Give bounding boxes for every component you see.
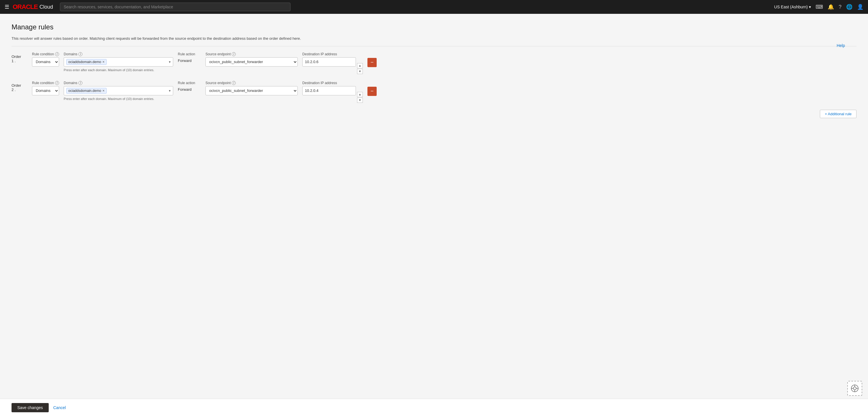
delete-rule-2[interactable]: − xyxy=(367,87,377,96)
domain-tag-1: ociaddsdomain.demo × xyxy=(66,59,106,65)
rule-action-group-2: Rule action Forward xyxy=(178,81,201,92)
order-label-1: Order 1 . xyxy=(11,52,27,63)
reorder-buttons-1: ▲ ▼ xyxy=(357,57,363,74)
source-endpoint-select-1[interactable]: ocivcn_public_subnet_forwarder xyxy=(206,57,298,67)
domains-hint-1: Press enter after each domain. Maximum o… xyxy=(64,68,173,72)
domains-input-1[interactable]: ociaddsdomain.demo × ▾ xyxy=(64,57,173,67)
page-container: Manage rules Help This resolver will ans… xyxy=(0,14,868,399)
delete-rule-1[interactable]: − xyxy=(367,58,377,67)
page-header: Manage rules Help xyxy=(11,23,857,31)
globe-icon[interactable]: 🌐 xyxy=(846,4,852,10)
domains-info-icon-1[interactable]: i xyxy=(79,52,83,56)
rule-row: Order 1 . Rule condition i Domains Domai… xyxy=(11,52,857,74)
svg-point-1 xyxy=(853,387,856,390)
help-link[interactable]: Help xyxy=(837,43,845,48)
rule-action-group-1: Rule action Forward xyxy=(178,52,201,63)
add-rule-button[interactable]: + Additional rule xyxy=(820,110,857,118)
domains-input-2[interactable]: ociaddsdomain.demo × ▾ xyxy=(64,86,173,95)
bell-icon[interactable]: 🔔 xyxy=(828,4,834,10)
source-endpoint-label-2: Source endpoint i xyxy=(206,81,298,85)
rule-row-2: Order 2 . Rule condition i Domains Domai… xyxy=(11,81,857,103)
dest-ip-label-2: Destination IP address xyxy=(302,81,363,85)
dest-ip-label-1: Destination IP address xyxy=(302,52,363,56)
source-endpoint-label-1: Source endpoint i xyxy=(206,52,298,56)
dest-ip-input-group-1: ▲ ▼ xyxy=(302,57,363,74)
rule-condition-info-icon-1[interactable]: i xyxy=(55,52,59,56)
rule-condition-select-1[interactable]: Domains xyxy=(32,57,59,67)
domains-label-1: Domains i xyxy=(64,52,173,56)
page-title: Manage rules xyxy=(11,23,857,31)
help-icon[interactable]: ? xyxy=(839,4,841,10)
divider xyxy=(11,46,857,46)
terminal-icon[interactable]: ⌨ xyxy=(815,4,823,10)
rule-action-value-1: Forward xyxy=(178,57,201,63)
user-icon[interactable]: 👤 xyxy=(857,4,863,10)
domain-tag-close-1[interactable]: × xyxy=(102,60,104,64)
topnav-right: US East (Ashburn) ▾ ⌨ 🔔 ? 🌐 👤 xyxy=(774,4,863,10)
domain-tag-close-2[interactable]: × xyxy=(102,89,104,93)
source-endpoint-select-2[interactable]: ocivcn_public_subnet_forwarder xyxy=(206,86,298,95)
logo: ORACLE Cloud xyxy=(13,3,53,11)
dest-ip-input-group-2: ▲ ▼ xyxy=(302,86,363,103)
rule-action-label-2: Rule action xyxy=(178,81,201,85)
reorder-up-1[interactable]: ▲ xyxy=(357,63,363,68)
rule-action-value-2: Forward xyxy=(178,86,201,92)
region-selector[interactable]: US East (Ashburn) ▾ xyxy=(774,5,811,9)
domains-chevron-1[interactable]: ▾ xyxy=(169,60,170,64)
rule-condition-label-2: Rule condition i xyxy=(32,81,59,85)
oracle-logo: ORACLE xyxy=(13,3,38,11)
rule-action-label-1: Rule action xyxy=(178,52,201,56)
reorder-up-2[interactable]: ▲ xyxy=(357,92,363,97)
hamburger-icon[interactable]: ☰ xyxy=(5,4,9,10)
domains-hint-2: Press enter after each domain. Maximum o… xyxy=(64,97,173,100)
rule-condition-info-icon-2[interactable]: i xyxy=(55,81,59,85)
rule-condition-group-2: Rule condition i Domains xyxy=(32,81,59,95)
dest-ip-group-1: Destination IP address ▲ ▼ xyxy=(302,52,363,74)
topnav: ☰ ORACLE Cloud US East (Ashburn) ▾ ⌨ 🔔 ?… xyxy=(0,0,868,14)
reorder-down-2[interactable]: ▼ xyxy=(357,98,363,103)
domains-chevron-2[interactable]: ▾ xyxy=(169,89,170,93)
source-endpoint-info-icon-2[interactable]: i xyxy=(232,81,236,85)
reorder-down-1[interactable]: ▼ xyxy=(357,69,363,74)
domains-label-2: Domains i xyxy=(64,81,173,85)
source-endpoint-group-2: Source endpoint i ocivcn_public_subnet_f… xyxy=(206,81,298,95)
add-rule-row: + Additional rule xyxy=(11,110,857,118)
support-widget[interactable] xyxy=(847,381,862,396)
description-text: This resolver will answer rules based on… xyxy=(11,36,857,41)
domains-group-1: Domains i ociaddsdomain.demo × ▾ Press e… xyxy=(64,52,173,72)
dest-ip-input-1[interactable] xyxy=(302,57,356,67)
order-label-2: Order 2 . xyxy=(11,81,27,92)
source-endpoint-info-icon-1[interactable]: i xyxy=(232,52,236,56)
dest-ip-group-2: Destination IP address ▲ ▼ xyxy=(302,81,363,103)
domains-info-icon-2[interactable]: i xyxy=(79,81,83,85)
rule-condition-group-1: Rule condition i Domains xyxy=(32,52,59,67)
rule-condition-label-1: Rule condition i xyxy=(32,52,59,56)
reorder-buttons-2: ▲ ▼ xyxy=(357,86,363,103)
domain-tag-2: ociaddsdomain.demo × xyxy=(66,88,106,94)
search-input[interactable] xyxy=(60,3,290,11)
rule-condition-select-2[interactable]: Domains xyxy=(32,86,59,95)
dest-ip-input-2[interactable] xyxy=(302,86,356,95)
domains-group-2: Domains i ociaddsdomain.demo × ▾ Press e… xyxy=(64,81,173,100)
cloud-logo: Cloud xyxy=(39,4,53,10)
source-endpoint-group-1: Source endpoint i ocivcn_public_subnet_f… xyxy=(206,52,298,67)
